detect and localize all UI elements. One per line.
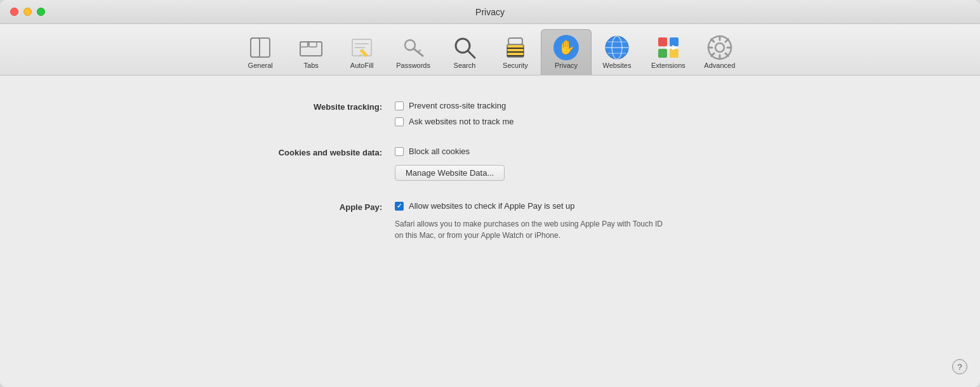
prevent-cross-site-row: Prevent cross-site tracking [395, 101, 513, 110]
tab-extensions[interactable]: Extensions [642, 30, 694, 74]
websites-icon [603, 34, 631, 62]
svg-rect-3 [300, 42, 308, 47]
svg-rect-32 [670, 49, 679, 58]
advanced-tab-label: Advanced [704, 62, 735, 69]
tab-advanced[interactable]: Advanced [694, 30, 745, 74]
apple-pay-description: Safari allows you to make purchases on t… [395, 218, 668, 241]
extensions-icon [654, 34, 682, 62]
ask-not-track-checkbox[interactable] [395, 117, 404, 126]
svg-line-13 [418, 50, 420, 52]
apple-pay-row: Allow websites to check if Apple Pay is … [395, 201, 668, 211]
svg-rect-31 [658, 49, 667, 58]
svg-line-44 [711, 53, 713, 56]
tabs-icon [297, 34, 325, 62]
apple-pay-check-label: Allow websites to check if Apple Pay is … [409, 201, 575, 211]
general-icon [246, 34, 274, 62]
ask-not-track-label: Ask websites not to track me [409, 117, 513, 126]
tabs-tab-label: Tabs [304, 62, 319, 69]
svg-rect-16 [508, 38, 522, 44]
svg-rect-5 [309, 42, 317, 47]
tab-passwords[interactable]: Passwords [387, 30, 439, 74]
apple-pay-controls: Allow websites to check if Apple Pay is … [395, 201, 668, 241]
svg-line-15 [468, 51, 475, 58]
block-cookies-checkbox[interactable] [395, 147, 404, 156]
toolbar: General Tabs [0, 24, 980, 75]
svg-text:✋: ✋ [557, 39, 575, 56]
security-icon [501, 34, 529, 62]
apple-pay-section: Apple Pay: Allow websites to check if Ap… [204, 201, 776, 241]
apple-pay-checkbox[interactable] [395, 202, 404, 211]
security-tab-label: Security [503, 62, 528, 69]
apple-pay-label: Apple Pay: [204, 201, 382, 212]
traffic-lights [10, 8, 45, 16]
manage-website-data-button[interactable]: Manage Website Data... [395, 165, 505, 181]
tab-general[interactable]: General [235, 30, 286, 74]
svg-line-43 [725, 39, 728, 42]
settings-grid: Website tracking: Prevent cross-site tra… [204, 101, 776, 241]
content-area: Website tracking: Prevent cross-site tra… [0, 75, 980, 387]
advanced-icon [706, 34, 734, 62]
tab-tabs[interactable]: Tabs [286, 30, 336, 74]
minimize-button[interactable] [23, 8, 32, 16]
passwords-icon [399, 34, 427, 62]
svg-rect-29 [658, 37, 667, 46]
svg-rect-2 [300, 42, 322, 56]
ask-not-track-row: Ask websites not to track me [395, 117, 513, 126]
window-title: Privacy [475, 7, 505, 17]
safari-preferences-window: Privacy General Tabs [0, 0, 980, 387]
tab-search[interactable]: Search [439, 30, 490, 74]
website-tracking-controls: Prevent cross-site tracking Ask websites… [395, 101, 513, 126]
autofill-icon [348, 34, 376, 62]
search-icon [451, 34, 479, 62]
svg-point-36 [715, 43, 724, 52]
prevent-cross-site-label: Prevent cross-site tracking [409, 101, 506, 110]
maximize-button[interactable] [37, 8, 45, 16]
cookies-section: Cookies and website data: Block all cook… [204, 147, 776, 181]
privacy-tab-label: Privacy [555, 62, 578, 69]
tab-security[interactable]: Security [490, 30, 541, 74]
prevent-cross-site-checkbox[interactable] [395, 102, 404, 110]
svg-marker-10 [359, 54, 362, 55]
website-tracking-label: Website tracking: [204, 101, 382, 112]
block-cookies-row: Block all cookies [395, 147, 505, 156]
tab-autofill[interactable]: AutoFill [336, 30, 387, 74]
extensions-tab-label: Extensions [651, 62, 685, 69]
autofill-tab-label: AutoFill [350, 62, 374, 69]
svg-line-42 [725, 53, 728, 56]
cookies-label: Cookies and website data: [204, 147, 382, 157]
svg-rect-30 [670, 37, 679, 46]
general-tab-label: General [248, 62, 273, 69]
tab-privacy[interactable]: ✋ Privacy [541, 29, 592, 75]
svg-rect-1 [251, 38, 260, 57]
passwords-tab-label: Passwords [396, 62, 430, 69]
title-bar: Privacy [0, 0, 980, 24]
help-button[interactable]: ? [952, 359, 967, 374]
close-button[interactable] [10, 8, 18, 16]
tab-websites[interactable]: Websites [592, 30, 642, 74]
svg-line-41 [711, 39, 713, 42]
privacy-icon: ✋ [552, 34, 580, 62]
websites-tab-label: Websites [602, 62, 631, 69]
block-cookies-label: Block all cookies [409, 147, 470, 156]
website-tracking-section: Website tracking: Prevent cross-site tra… [204, 101, 776, 126]
search-tab-label: Search [454, 62, 476, 69]
cookies-controls: Block all cookies Manage Website Data... [395, 147, 505, 181]
